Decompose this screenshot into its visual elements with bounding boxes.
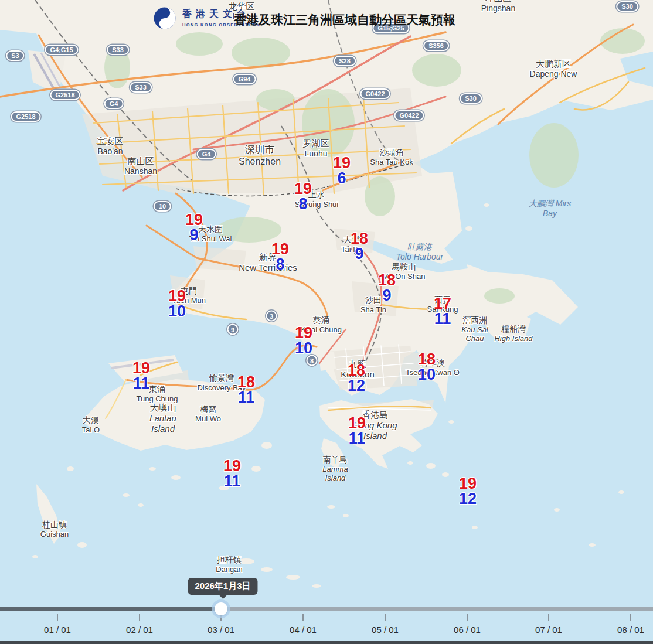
place-name-zh: 大鵬灣 Mirs [529,199,571,209]
place-name-en: Dapeng New [530,69,577,79]
temp-low: 9 [185,227,203,243]
place-name-en: Luohu [303,149,329,159]
place-name-en: Island [149,424,176,434]
road-shield-s28: S28 [334,56,356,66]
temp-high: 18 [378,272,396,288]
slider-date-tooltip: 2026年1月3日 [188,578,257,595]
place-name-zh: 馬鞍山 [383,262,426,272]
place-label: 大鵬灣 MirsBay [529,199,571,219]
place-label: 梅窩Mui Wo [195,404,221,423]
temp-high: 19 [333,155,351,171]
road-shield-g4: G4 [104,98,124,109]
road-shield-s3: S3 [6,50,24,61]
slider-tick [385,614,386,621]
road-shield-g0422: G0422 [360,88,390,99]
slider-tick [630,614,631,621]
place-label: 大澳Tai O [82,415,100,434]
temp-station-kowloon: 1812 [348,363,365,393]
temp-low: 10 [418,367,436,382]
place-name-zh: 宝安区 [97,136,124,146]
place-name-zh: 大澳 [82,415,100,425]
place-label: 沙頭角Sha Tau Kok [370,148,413,166]
place-label: 坪山区Pingshan [481,0,515,13]
place-name-zh: 吐露港 [396,242,443,252]
slider-date-label: 03 / 01 [208,625,234,635]
temp-high: 19 [132,360,150,376]
place-label: 滘西洲Kau SaiChau [461,315,488,343]
place-name-en: Island [322,473,348,483]
temp-high: 18 [351,231,368,246]
place-name-zh: 罗湖区 [303,138,329,149]
temp-low: 11 [132,376,150,391]
road-shield-s30: S30 [616,1,638,12]
temp-station-discovery-bay: 1811 [237,374,255,405]
road-shield-g94: G94 [233,74,256,84]
temp-low: 12 [459,491,477,506]
road-shield-g4: G4 [197,149,216,159]
place-name-en: Tolo Harbour [396,252,443,262]
place-name-en: High Island [494,334,532,343]
temp-station-tai-po: 189 [351,231,368,261]
road-shield-g0422: G0422 [394,110,424,121]
temp-station-sai-kung: 1711 [434,296,451,326]
place-label: 大鹏新区Dapeng New [530,59,577,79]
place-name-en: Nanshan [124,166,157,176]
temp-low: 9 [378,288,396,303]
place-label: 吐露港Tolo Harbour [396,242,443,262]
road-shield-10: 10 [154,201,171,212]
place-label: 担杆镇Dangan [216,555,243,574]
place-name-en: Bay [529,209,571,219]
place-label: 罗湖区Luohu [303,138,329,159]
temp-high: 18 [418,352,436,367]
temp-low: 8 [271,257,289,272]
temp-high: 18 [348,363,365,378]
road-shield-9: 9 [227,324,239,335]
place-name-zh: 深圳市 [239,144,281,156]
slider-date-label: 04 / 01 [290,625,317,635]
temp-high: 17 [434,296,451,311]
temp-station-kwai-chung: 1910 [295,325,312,356]
temp-high: 19 [348,415,366,431]
temp-high: 19 [168,288,186,304]
place-name-en: Bao'an [97,146,124,156]
place-name-zh: 南丫島 [322,455,348,465]
place-name-en: Sha Tau Kok [370,158,413,167]
road-shield-g2518: G2518 [11,111,40,122]
place-name-en: Kau Sai [461,325,488,335]
slider-tick [467,614,468,621]
weather-map-app: 宝安区Bao'an南山区Nanshan深圳市Shenzhen罗湖区Luohu龙华… [0,0,653,644]
temp-low: 9 [351,246,368,261]
slider-handle[interactable] [215,602,227,615]
place-label: 南山区Nanshan [124,156,157,176]
temp-low: 11 [348,431,366,446]
temp-station-sheung-shui: 198 [294,181,312,212]
temp-station-sea-southeast: 1912 [459,476,477,506]
place-name-en: Lantau [149,413,176,424]
road-shield-g4-g15: G4;G15 [45,45,78,55]
road-shield-s33: S33 [130,82,152,93]
road-shield-g2518: G2518 [50,90,80,100]
hko-logo-icon [150,4,179,33]
temp-low: 12 [348,378,365,393]
road-shield-3: 3 [266,311,277,322]
place-label: 桂山镇Guishan [40,520,69,539]
place-name-en: Tai O [82,425,100,435]
place-label: 南丫島LammaIsland [322,455,348,483]
slider-track-remaining[interactable] [221,607,653,611]
temp-high: 19 [294,181,312,196]
slider-tick [57,614,58,621]
slider-tick [302,614,304,621]
place-name-zh: 南山区 [124,156,157,166]
place-name-zh: 滘西洲 [461,315,488,325]
place-label: 糧船灣High Island [494,324,532,343]
place-name-zh: 大鹏新区 [530,59,577,69]
slider-track-elapsed[interactable] [0,607,221,611]
place-label: 宝安区Bao'an [97,136,124,156]
slider-tick [139,614,140,621]
place-name-en: Chau [461,334,488,343]
place-name-en: Shenzhen [239,156,281,167]
road-shield-s356: S356 [423,40,449,51]
temp-station-chek-lap-kok: 1911 [132,360,150,391]
temp-high: 18 [237,374,255,390]
road-shield-s30: S30 [460,93,482,104]
